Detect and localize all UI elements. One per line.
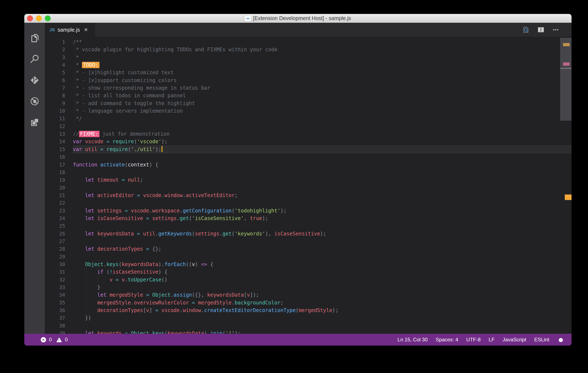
code-line[interactable]: 16: [45, 153, 572, 161]
code-line[interactable]: 21 let activeEditor = vscode.window.acti…: [45, 192, 572, 199]
sidebar-item-search[interactable]: [24, 49, 45, 70]
minimize-window-button[interactable]: [36, 15, 42, 21]
cursor-position-status[interactable]: Ln 15, Col 30: [398, 337, 428, 343]
code-line[interactable]: 15var util = require('./util');: [45, 146, 572, 153]
sidebar-item-debug[interactable]: [24, 91, 45, 112]
code-text: mergedStyle.overviewRulerColor = mergedS…: [73, 299, 284, 307]
code-line[interactable]: 2 * vscode plugin for highlighting TODOs…: [45, 46, 572, 53]
code-line[interactable]: 9 * - add command to toggle the highligh…: [45, 100, 572, 107]
code-line[interactable]: 12: [45, 122, 572, 130]
tab-label: sample.js: [58, 27, 80, 33]
indentation-status[interactable]: Spaces: 4: [436, 337, 458, 343]
code-line[interactable]: 23 let settings = vscode.workspace.getCo…: [45, 207, 572, 215]
more-actions-icon[interactable]: [552, 26, 559, 33]
sidebar-item-extensions[interactable]: [24, 112, 45, 133]
tab-sample-js[interactable]: JS sample.js ✕: [45, 23, 95, 37]
line-number: 13: [45, 130, 73, 138]
code-line[interactable]: 3 *: [45, 54, 572, 61]
code-line[interactable]: 1/**: [45, 38, 572, 46]
code-line[interactable]: 7 * - show corresponding message in stat…: [45, 84, 572, 92]
code-text: let timeout = null;: [73, 176, 143, 184]
code-line[interactable]: 13//FIXME: just for demonstration: [45, 130, 572, 138]
line-number: 28: [45, 245, 73, 253]
line-number: 30: [45, 261, 73, 268]
line-number: 23: [45, 207, 73, 215]
line-number: 24: [45, 215, 73, 222]
code-line[interactable]: 26 let keywordsData = util.getKeywords(s…: [45, 230, 572, 238]
code-line[interactable]: 38: [45, 322, 572, 330]
code-line[interactable]: 39 let keywords = Object.keys(keywordsDa…: [45, 330, 572, 334]
tab-bar: JS sample.js ✕: [45, 23, 572, 37]
line-number: 33: [45, 283, 73, 291]
line-number: 37: [45, 314, 73, 322]
line-number: 14: [45, 138, 73, 145]
line-number: 31: [45, 268, 73, 276]
zoom-window-button[interactable]: [45, 15, 51, 21]
code-text: Object.keys(keywordsData).forEach((v) =>…: [73, 261, 213, 268]
code-line[interactable]: 30 Object.keys(keywordsData).forEach((v)…: [45, 261, 572, 268]
line-number: 29: [45, 253, 73, 261]
code-text: }): [73, 314, 91, 322]
feedback-smiley-icon[interactable]: ☻: [557, 336, 564, 343]
code-text: let settings = vscode.workspace.getConfi…: [73, 207, 287, 215]
eslint-status[interactable]: ESLint: [534, 337, 549, 343]
editor-actions: [522, 23, 572, 37]
code-line[interactable]: 19 let timeout = null;: [45, 176, 572, 184]
split-editor-icon[interactable]: [537, 26, 545, 33]
line-number: 21: [45, 192, 73, 199]
title-wrap: ∞ [Extension Development Host] - sample.…: [245, 15, 351, 21]
status-bar: ✕ 0 ! 0 Ln 15, Col 30Spaces: 4UTF-8LFJav…: [24, 334, 572, 346]
line-number: 34: [45, 291, 73, 299]
code-text: let mergedStyle = Object.assign({}, keyw…: [73, 291, 259, 299]
window-title: [Extension Development Host] - sample.js: [253, 15, 351, 21]
code-text: let keywordsData = util.getKeywords(sett…: [73, 230, 326, 238]
scrollbar-thumb[interactable]: [560, 38, 572, 121]
line-number: 26: [45, 230, 73, 238]
encoding-status[interactable]: UTF-8: [466, 337, 481, 343]
code-line[interactable]: 10 * - language servers implementation: [45, 107, 572, 115]
code-line[interactable]: 22: [45, 199, 572, 207]
close-tab-icon[interactable]: ✕: [84, 27, 88, 33]
eol-status[interactable]: LF: [489, 337, 495, 343]
code-line[interactable]: 33 }: [45, 283, 572, 291]
problems-status[interactable]: ✕ 0 ! 0: [41, 337, 68, 343]
find-in-file-icon[interactable]: [522, 26, 530, 34]
fixme-mark: [563, 62, 570, 66]
code-line[interactable]: 32 v = v.toUpperCase(): [45, 276, 572, 283]
code-line[interactable]: 4 * TODO:: [45, 61, 572, 69]
sidebar-item-explorer[interactable]: [24, 27, 45, 49]
code-line[interactable]: 18: [45, 169, 572, 176]
code-line[interactable]: 35 mergedStyle.overviewRulerColor = merg…: [45, 299, 572, 307]
code-line[interactable]: 31 if (!isCaseSensitive) {: [45, 268, 572, 276]
window-controls: [27, 14, 51, 23]
line-number: 9: [45, 100, 73, 107]
code-line[interactable]: 24 let isCaseSensitive = settings.get('i…: [45, 215, 572, 222]
code-line[interactable]: 25: [45, 222, 572, 230]
todo-mark-below: [565, 194, 572, 200]
line-number: 4: [45, 61, 73, 69]
code-line[interactable]: 17function activate(context) {: [45, 161, 572, 169]
code-editor[interactable]: 1/**2 * vscode plugin for highlighting T…: [45, 37, 572, 334]
code-line[interactable]: 37 }): [45, 314, 572, 322]
code-line[interactable]: 36 decorationTypes[v] = vscode.window.cr…: [45, 307, 572, 314]
extensions-icon: [30, 117, 40, 127]
code-text: * - add command to toggle the highlight: [73, 100, 195, 107]
code-text: *: [73, 54, 79, 61]
code-text: * - [x]highlight customized text: [73, 69, 174, 76]
code-line[interactable]: 5 * - [x]highlight customized text: [45, 69, 572, 76]
code-line[interactable]: 34 let mergedStyle = Object.assign({}, k…: [45, 291, 572, 299]
code-line[interactable]: 11 */: [45, 115, 572, 122]
code-line[interactable]: 20: [45, 184, 572, 192]
close-window-button[interactable]: [27, 15, 33, 21]
sidebar-item-source-control[interactable]: [24, 70, 45, 91]
code-line[interactable]: 14var vscode = require('vscode');: [45, 138, 572, 145]
code-line[interactable]: 27: [45, 238, 572, 245]
code-line[interactable]: 8 * - list all todos in command pannel: [45, 92, 572, 99]
code-line[interactable]: 28 let decorationTypes = {};: [45, 245, 572, 253]
line-number: 7: [45, 84, 73, 92]
code-line[interactable]: 6 * - [x]support customizing colors: [45, 77, 572, 84]
code-line[interactable]: 29: [45, 253, 572, 261]
code-text: decorationTypes[v] = vscode.window.creat…: [73, 307, 338, 314]
language-mode-status[interactable]: JavaScript: [503, 337, 526, 343]
code-text: //FIXME: just for demonstration: [73, 130, 170, 138]
